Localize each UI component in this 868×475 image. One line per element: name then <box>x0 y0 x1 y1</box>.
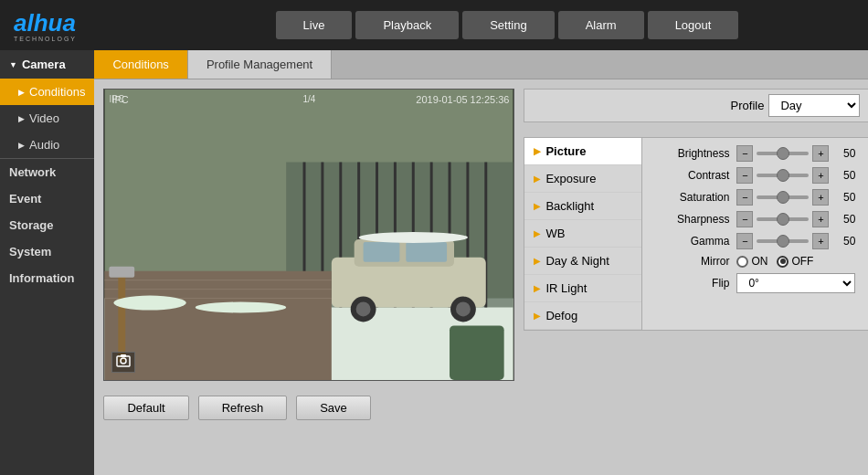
content-body: IPC IPC 2019-01-05 12:25:36 1/4 <box>94 79 868 475</box>
nav-logout[interactable]: Logout <box>648 11 739 39</box>
settings-menu: ▶ Picture ▶ Exposure ▶ Backlight ▶ <box>524 137 642 331</box>
gamma-value: 50 <box>832 235 855 248</box>
mirror-off-dot <box>780 259 786 264</box>
sidebar-item-audio-label: Audio <box>29 138 59 152</box>
tab-conditions[interactable]: Conditions <box>94 50 187 79</box>
camera-feed: IPC IPC 2019-01-05 12:25:36 1/4 <box>103 89 514 381</box>
sidebar-item-network[interactable]: Network <box>0 159 94 185</box>
sharpness-slider-thumb[interactable] <box>777 213 789 226</box>
gamma-plus[interactable]: + <box>812 233 829 249</box>
menu-item-picture[interactable]: ▶ Picture <box>524 138 641 165</box>
flip-select[interactable]: 0° 90° 180° 270° <box>736 273 855 293</box>
action-buttons: Default Refresh Save <box>103 388 514 424</box>
camera-device-name: IPC <box>109 94 124 104</box>
contrast-minus[interactable]: − <box>736 167 753 184</box>
default-button[interactable]: Default <box>103 396 188 420</box>
screenshot-button[interactable] <box>111 352 135 373</box>
brightness-slider-thumb[interactable] <box>777 147 789 160</box>
menu-arrow-ir-light: ▶ <box>534 283 541 293</box>
contrast-slider-track[interactable] <box>757 174 809 177</box>
sidebar-item-storage[interactable]: Storage <box>0 212 94 238</box>
brightness-row: Brightness − + 50 <box>656 145 855 162</box>
sharpness-slider-track[interactable] <box>757 217 809 221</box>
nav-tabs: Live Playback Setting Alarm Logout <box>146 11 868 39</box>
mirror-off-radio[interactable] <box>777 256 789 268</box>
sidebar-item-video-label: Video <box>29 111 59 125</box>
nav-setting[interactable]: Setting <box>462 11 554 39</box>
menu-item-exposure-label: Exposure <box>545 172 596 185</box>
contrast-row: Contrast − + 50 <box>656 167 855 184</box>
sidebar-item-video[interactable]: ▶ Video <box>0 105 94 132</box>
mirror-off-label: OFF <box>791 255 813 268</box>
camera-overlay-text: IPC <box>111 94 128 373</box>
menu-arrow-backlight: ▶ <box>534 201 541 211</box>
nav-playback[interactable]: Playback <box>355 11 459 39</box>
brightness-slider-track[interactable] <box>757 152 809 155</box>
sidebar: ▼ Camera ▶ Conditions ▶ Video ▶ Audio Ne… <box>0 50 94 475</box>
sidebar-item-event[interactable]: Event <box>0 185 94 212</box>
menu-item-backlight[interactable]: ▶ Backlight <box>524 193 641 220</box>
menu-item-ir-light[interactable]: ▶ IR Light <box>524 275 641 302</box>
sidebar-camera-label: Camera <box>22 58 66 71</box>
menu-item-picture-label: Picture <box>545 144 586 158</box>
flip-row: Flip 0° 90° 180° 270° <box>656 273 855 293</box>
gamma-minus[interactable]: − <box>736 233 753 249</box>
menu-arrow-day-night: ▶ <box>534 256 541 266</box>
sidebar-item-system-label: System <box>9 245 51 259</box>
svg-point-31 <box>196 302 286 313</box>
brightness-label: Brightness <box>656 147 729 160</box>
menu-item-backlight-label: Backlight <box>545 199 594 213</box>
menu-arrow-defog: ▶ <box>534 311 541 321</box>
mirror-on-option[interactable]: ON <box>736 255 767 268</box>
brightness-plus[interactable]: + <box>812 145 829 162</box>
mirror-row: Mirror ON OFF <box>656 255 855 268</box>
sharpness-row: Sharpness − + 50 <box>656 211 855 227</box>
sharpness-minus[interactable]: − <box>736 211 753 227</box>
nav-live[interactable]: Live <box>276 11 353 39</box>
svg-rect-16 <box>364 242 400 262</box>
saturation-row: Saturation − + 50 <box>656 189 855 206</box>
brightness-minus[interactable]: − <box>736 145 753 162</box>
logo-subtext: TECHNOLOGY <box>14 36 77 42</box>
sidebar-item-conditions[interactable]: ▶ Conditions <box>0 79 94 105</box>
main-layout: ▼ Camera ▶ Conditions ▶ Video ▶ Audio Ne… <box>0 50 868 475</box>
gamma-slider-track[interactable] <box>757 239 809 243</box>
camera-counter: 1/4 <box>302 94 315 104</box>
menu-arrow-exposure: ▶ <box>534 174 541 184</box>
menu-item-exposure[interactable]: ▶ Exposure <box>524 165 641 193</box>
saturation-value: 50 <box>832 191 855 204</box>
menu-item-defog[interactable]: ▶ Defog <box>524 302 641 330</box>
camera-timestamp: 2019-01-05 12:25:36 <box>416 94 509 105</box>
mirror-radio-group: ON OFF <box>736 255 813 268</box>
saturation-slider-thumb[interactable] <box>777 191 789 204</box>
save-button[interactable]: Save <box>296 396 371 420</box>
contrast-plus[interactable]: + <box>812 167 829 184</box>
gamma-label: Gamma <box>656 235 729 248</box>
tab-profile-management[interactable]: Profile Management <box>188 50 332 79</box>
saturation-minus[interactable]: − <box>736 189 753 206</box>
settings-panel: Profile Day Night Normal ▶ Picture <box>524 89 868 466</box>
saturation-slider-track[interactable] <box>757 195 809 199</box>
saturation-plus[interactable]: + <box>812 189 829 206</box>
profile-select[interactable]: Day Night Normal <box>768 94 860 117</box>
sidebar-item-conditions-label: Conditions <box>29 85 85 99</box>
sidebar-item-information[interactable]: Information <box>0 265 94 291</box>
menu-item-wb[interactable]: ▶ WB <box>524 220 641 248</box>
svg-rect-17 <box>407 242 448 262</box>
contrast-slider-thumb[interactable] <box>777 169 789 182</box>
refresh-button[interactable]: Refresh <box>198 396 288 420</box>
settings-body: ▶ Picture ▶ Exposure ▶ Backlight ▶ <box>524 137 868 331</box>
menu-item-day-night[interactable]: ▶ Day & Night <box>524 248 641 275</box>
nav-alarm[interactable]: Alarm <box>558 11 644 39</box>
gamma-slider-thumb[interactable] <box>777 235 789 248</box>
sidebar-item-audio[interactable]: ▶ Audio <box>0 132 94 158</box>
mirror-on-radio[interactable] <box>736 256 748 268</box>
sidebar-camera-section: ▼ Camera <box>0 50 94 79</box>
mirror-off-option[interactable]: OFF <box>777 255 813 268</box>
sharpness-plus[interactable]: + <box>812 211 829 227</box>
sharpness-value: 50 <box>832 213 855 226</box>
gamma-row: Gamma − + 50 <box>656 233 855 249</box>
menu-item-defog-label: Defog <box>545 309 577 322</box>
screenshot-icon <box>116 354 131 367</box>
sidebar-item-system[interactable]: System <box>0 238 94 265</box>
